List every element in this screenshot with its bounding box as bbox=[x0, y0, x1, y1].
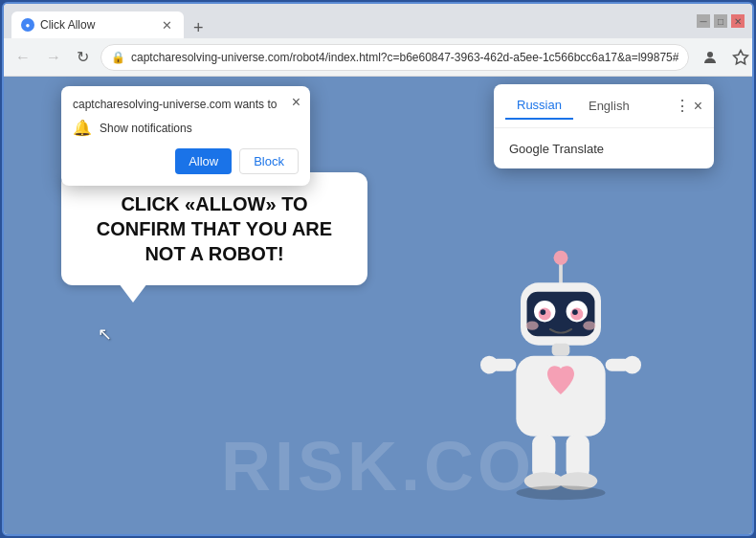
url-bar[interactable]: 🔒 captcharesolving-universe.com/robot4/i… bbox=[100, 44, 689, 71]
svg-point-18 bbox=[480, 356, 499, 374]
minimize-button[interactable]: ─ bbox=[697, 14, 710, 28]
title-bar: ● Click Allow ✕ + ─ □ ✕ bbox=[4, 4, 752, 38]
tab-close-button[interactable]: ✕ bbox=[160, 16, 174, 34]
svg-point-13 bbox=[526, 321, 539, 329]
svg-point-25 bbox=[516, 485, 605, 500]
bookmark-button[interactable] bbox=[727, 44, 754, 71]
svg-point-12 bbox=[572, 309, 578, 315]
allow-button[interactable]: Allow bbox=[175, 148, 232, 174]
back-button[interactable]: ← bbox=[11, 45, 34, 70]
svg-rect-16 bbox=[516, 356, 605, 437]
translate-service-label: Google Translate bbox=[509, 142, 604, 156]
window-controls: ─ □ ✕ bbox=[697, 14, 745, 28]
block-button[interactable]: Block bbox=[239, 148, 299, 174]
notification-popup: × captcharesolving-universe.com wants to… bbox=[61, 86, 310, 186]
notification-close-button[interactable]: × bbox=[292, 94, 300, 111]
browser-window: ● Click Allow ✕ + ─ □ ✕ ← → ↻ 🔒 captchar… bbox=[2, 2, 754, 536]
svg-point-20 bbox=[623, 356, 641, 374]
svg-point-11 bbox=[541, 309, 546, 315]
translate-close-button[interactable]: × bbox=[694, 98, 702, 115]
notification-label: Show notifications bbox=[100, 122, 192, 135]
profile-picture-button[interactable] bbox=[697, 44, 723, 71]
close-window-button[interactable]: ✕ bbox=[731, 14, 745, 28]
forward-button[interactable]: → bbox=[42, 45, 65, 70]
translate-tab-russian[interactable]: Russian bbox=[505, 92, 573, 120]
tab-favicon: ● bbox=[21, 18, 34, 32]
notification-site-text: captcharesolving-universe.com wants to bbox=[73, 98, 279, 111]
svg-marker-1 bbox=[734, 50, 748, 63]
translate-menu-button[interactable]: ⋮ bbox=[675, 97, 690, 115]
robot-figure bbox=[465, 247, 656, 515]
tab-area: ● Click Allow ✕ + bbox=[11, 4, 685, 38]
address-actions: ⋮ bbox=[697, 44, 754, 71]
mouse-cursor: ↖ bbox=[98, 324, 112, 345]
translate-header: Russian English ⋮ × bbox=[494, 84, 714, 128]
svg-point-14 bbox=[583, 321, 595, 329]
translate-body: Google Translate bbox=[494, 128, 714, 168]
notification-row: 🔔 Show notifications bbox=[73, 119, 299, 137]
maximize-button[interactable]: □ bbox=[714, 14, 727, 28]
new-tab-button[interactable]: + bbox=[188, 18, 210, 38]
tab-label: Click Allow bbox=[40, 18, 95, 32]
active-tab[interactable]: ● Click Allow ✕ bbox=[11, 11, 184, 38]
page-content: RISK.CO × captcharesolving-universe.com … bbox=[4, 77, 752, 534]
address-bar: ← → ↻ 🔒 captcharesolving-universe.com/ro… bbox=[4, 38, 752, 77]
svg-point-0 bbox=[707, 52, 713, 57]
svg-rect-15 bbox=[552, 344, 570, 356]
translate-popup: Russian English ⋮ × Google Translate bbox=[494, 84, 714, 168]
message-text: CLICK «ALLOW» TO CONFIRM THAT YOU ARE NO… bbox=[90, 191, 339, 266]
message-bubble: CLICK «ALLOW» TO CONFIRM THAT YOU ARE NO… bbox=[61, 172, 367, 285]
bell-icon: 🔔 bbox=[73, 119, 92, 137]
robot-svg bbox=[465, 247, 656, 515]
lock-icon: 🔒 bbox=[111, 51, 125, 64]
notification-actions: Allow Block bbox=[73, 148, 299, 174]
svg-point-4 bbox=[554, 251, 568, 265]
translate-tab-english[interactable]: English bbox=[577, 93, 641, 119]
url-text: captcharesolving-universe.com/robot4/ind… bbox=[131, 51, 678, 64]
reload-button[interactable]: ↻ bbox=[73, 44, 93, 70]
